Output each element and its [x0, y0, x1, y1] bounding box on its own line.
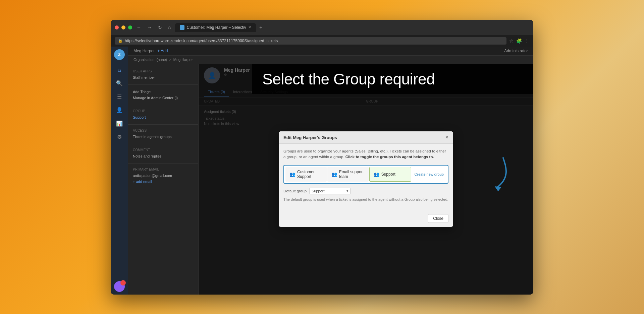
sidebar-item-reports[interactable]: 📊	[113, 118, 125, 130]
security-icon: 🔒	[118, 39, 123, 43]
panel-comment: Comment Notes and replies	[128, 146, 198, 161]
dialog-close-button[interactable]: ×	[445, 135, 448, 140]
sidebar-bottom	[114, 281, 125, 292]
instruction-text: Select the Group required	[262, 70, 435, 88]
default-group-select-wrapper: Support Customer Support Email support t…	[309, 188, 351, 194]
address-bar-row: 🔒 https://selectivehardware.zendesk.com/…	[111, 35, 533, 47]
tab-favicon	[180, 25, 184, 30]
breadcrumb-separator: >	[169, 58, 171, 62]
breadcrumb-part2[interactable]: Meg Harper	[173, 58, 193, 62]
back-button[interactable]: ←	[135, 24, 143, 31]
browser-tabs: Customer: Meg Harper – Selectiv ✕ +	[175, 23, 265, 32]
panel-access: Access Ticket in agent's groups	[128, 127, 198, 142]
group-label-customer-support: Customer Support	[297, 170, 323, 179]
default-group-select[interactable]: Support Customer Support Email support t…	[309, 188, 351, 194]
app-area: Z ⌂ 🔍 ☰ 👤 📊 ⚙ Meg Harper + Add Administr…	[111, 47, 533, 295]
close-window-button[interactable]	[115, 25, 119, 29]
active-tab[interactable]: Customer: Meg Harper – Selectiv ✕	[175, 23, 256, 32]
panel-label-group: Group	[133, 109, 194, 113]
admin-label: Administrator	[504, 49, 528, 53]
group-icon-customer-support: 👥	[289, 172, 295, 177]
default-group-description: The default group is used when a ticket …	[283, 197, 448, 202]
instruction-overlay: Select the Group required	[252, 64, 533, 94]
group-label-support: Support	[381, 172, 395, 177]
content-panels: User apps Staff member Add Triage Manage…	[128, 64, 533, 295]
browser-controls: ← → ↻ ⌂ Customer: Meg Harper – Selectiv …	[115, 23, 529, 32]
top-add-label[interactable]: + Add	[157, 49, 168, 53]
left-panel: User apps Staff member Add Triage Manage…	[128, 64, 199, 295]
maximize-window-button[interactable]	[128, 25, 132, 29]
dialog-overlay: Select the Group required Edit Meg Harpe…	[199, 64, 533, 295]
address-bar[interactable]: 🔒 https://selectivehardware.zendesk.com/…	[115, 37, 506, 45]
edit-groups-dialog: Edit Meg Harper's Groups × Groups are us…	[279, 131, 453, 227]
address-actions: ☆ 🧩 ⋮	[509, 38, 529, 44]
dialog-desc-bold: Click to toggle the groups this agent be…	[345, 155, 434, 159]
tab-title: Customer: Meg Harper – Selectiv	[186, 25, 246, 30]
top-user-label: Meg Harper	[133, 49, 155, 53]
menu-icon[interactable]: ⋮	[525, 38, 529, 44]
panel-item-add-email[interactable]: + add email	[133, 179, 194, 185]
sidebar-logo: Z	[114, 49, 125, 60]
sidebar-item-tickets[interactable]: ☰	[113, 91, 125, 103]
dialog-description: Groups are used to organize your agents …	[283, 148, 448, 160]
minimize-window-button[interactable]	[121, 25, 125, 29]
close-button[interactable]: Close	[428, 214, 448, 223]
panel-item-staff[interactable]: Staff member	[133, 74, 194, 80]
group-item-email-support[interactable]: 👥 Email support team	[327, 167, 369, 182]
arrow-annotation	[476, 154, 517, 196]
group-item-support[interactable]: 👥 Support	[369, 167, 411, 182]
reload-button[interactable]: ↻	[156, 24, 164, 31]
panel-item-access[interactable]: Ticket in agent's groups	[133, 134, 194, 140]
forward-button[interactable]: →	[146, 24, 154, 31]
default-group-label: Default group	[283, 189, 307, 193]
notification-badge	[120, 280, 126, 286]
sidebar-item-settings[interactable]: ⚙	[113, 131, 125, 143]
dialog-footer: Close	[279, 211, 453, 227]
sidebar-item-home[interactable]: ⌂	[113, 64, 125, 76]
top-bar: Meg Harper + Add Administrator	[128, 47, 533, 56]
panel-label-email: Primary email	[133, 168, 194, 171]
panel-group: Group Support	[128, 107, 198, 122]
new-tab-button[interactable]: +	[257, 23, 265, 32]
panel-item-comment[interactable]: Notes and replies	[133, 153, 194, 159]
url-text: https://selectivehardware.zendesk.com/ag…	[125, 39, 278, 43]
extensions-icon[interactable]: 🧩	[516, 38, 522, 44]
panel-label-comment: Comment	[133, 148, 194, 152]
browser-window: ← → ↻ ⌂ Customer: Meg Harper – Selectiv …	[111, 20, 533, 295]
browser-chrome: ← → ↻ ⌂ Customer: Meg Harper – Selectiv …	[111, 20, 533, 35]
groups-container: 👥 Customer Support 👥 Email support team …	[283, 165, 448, 184]
panel-item-admin-center[interactable]: Manage in Admin Center (i)	[133, 95, 194, 101]
panel-label-user-apps: User apps	[133, 69, 194, 73]
dialog-title: Edit Meg Harper's Groups	[283, 135, 337, 140]
panel-item-email[interactable]: anticipation@gmail.com	[133, 173, 194, 179]
main-content: Meg Harper + Add Administrator Organizat…	[128, 47, 533, 295]
group-item-customer-support[interactable]: 👥 Customer Support	[285, 167, 327, 182]
dialog-body: Groups are used to organize your agents …	[279, 144, 453, 211]
sidebar: Z ⌂ 🔍 ☰ 👤 📊 ⚙	[111, 47, 128, 295]
home-button[interactable]: ⌂	[166, 24, 172, 31]
panel-email: Primary email anticipation@gmail.com + a…	[128, 166, 198, 187]
panel-triage: Add Triage Manage in Admin Center (i)	[128, 87, 198, 103]
svg-marker-0	[495, 186, 501, 191]
create-group-link[interactable]: Create new group	[412, 172, 446, 176]
sidebar-item-search[interactable]: 🔍	[113, 77, 125, 89]
panel-user-apps: User apps Staff member	[128, 67, 198, 82]
sidebar-item-customers[interactable]: 👤	[113, 104, 125, 116]
tab-close-button[interactable]: ✕	[248, 25, 251, 29]
right-content: 👤 Meg Harper ⊙ Tickets (0) Interactions …	[199, 64, 533, 295]
dialog-header: Edit Meg Harper's Groups ×	[279, 131, 453, 144]
group-label-email-support: Email support team	[339, 170, 365, 179]
breadcrumb: Organization: (none) > Meg Harper	[128, 56, 533, 64]
user-avatar-button[interactable]	[114, 281, 125, 292]
default-group-row: Default group Support Customer Support E…	[283, 188, 448, 194]
panel-item-support-group[interactable]: Support	[133, 114, 194, 120]
group-icon-support: 👥	[374, 172, 379, 177]
breadcrumb-part1[interactable]: Organization: (none)	[133, 58, 167, 62]
panel-label-access: Access	[133, 129, 194, 132]
panel-item-add-triage[interactable]: Add Triage	[133, 89, 194, 95]
bookmark-icon[interactable]: ☆	[509, 38, 514, 44]
group-icon-email-support: 👥	[331, 172, 337, 177]
